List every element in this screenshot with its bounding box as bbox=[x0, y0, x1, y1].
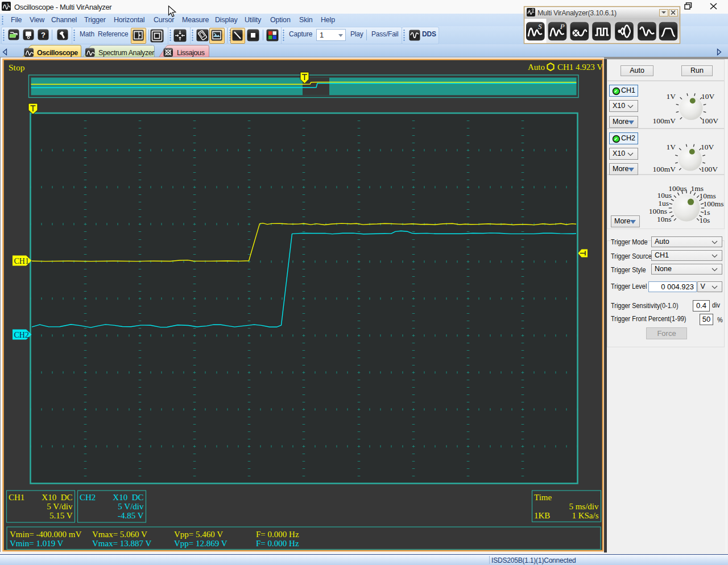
svg-text:10ms: 10ms bbox=[700, 192, 716, 200]
svg-text:P: P bbox=[560, 22, 565, 31]
svg-text:10V: 10V bbox=[701, 143, 714, 151]
svg-text:100mV: 100mV bbox=[653, 117, 676, 125]
svg-text:10V: 10V bbox=[701, 92, 715, 101]
svg-text:CH2: CH2 bbox=[14, 331, 29, 339]
svg-text:Spectrum Analyzer: Spectrum Analyzer bbox=[98, 49, 154, 57]
svg-text:10ns: 10ns bbox=[657, 215, 672, 223]
svg-text:5.15 V: 5.15 V bbox=[49, 511, 73, 520]
svg-text:Vmax= 5.060 V: Vmax= 5.060 V bbox=[92, 530, 147, 539]
svg-text:100V: 100V bbox=[701, 165, 718, 173]
svg-text:Vpp= 12.869 V: Vpp= 12.869 V bbox=[174, 539, 228, 548]
svg-text:CH1 4.923 V: CH1 4.923 V bbox=[557, 63, 603, 72]
svg-text:CH1: CH1 bbox=[14, 257, 29, 265]
svg-text:5 V/div: 5 V/div bbox=[47, 502, 73, 511]
svg-text:5 ms/div: 5 ms/div bbox=[569, 502, 599, 511]
svg-text:S: S bbox=[538, 22, 542, 31]
svg-text:X10 DC: X10 DC bbox=[42, 493, 72, 502]
svg-text:Lissajous: Lissajous bbox=[177, 49, 205, 57]
svg-text:1 KSa/s: 1 KSa/s bbox=[572, 511, 598, 520]
svg-text:F= 0.000 Hz: F= 0.000 Hz bbox=[256, 530, 299, 539]
svg-text:100V: 100V bbox=[701, 117, 718, 125]
svg-text:Vmin= -400.000 mV: Vmin= -400.000 mV bbox=[10, 530, 82, 539]
svg-text:Vmax= 13.887 V: Vmax= 13.887 V bbox=[92, 539, 152, 548]
svg-text:Time: Time bbox=[534, 493, 552, 502]
svg-text:-4.85 V: -4.85 V bbox=[118, 511, 144, 520]
svg-text:Multi VirAnalyzer(3.10.6.1): Multi VirAnalyzer(3.10.6.1) bbox=[537, 9, 617, 17]
svg-text:F= 0.000 Hz: F= 0.000 Hz bbox=[256, 539, 299, 548]
svg-text:Vmin= 1.019 V: Vmin= 1.019 V bbox=[10, 539, 64, 548]
svg-text:1V: 1V bbox=[667, 92, 676, 101]
svg-text:CH2: CH2 bbox=[80, 493, 96, 502]
svg-text:1s: 1s bbox=[704, 208, 710, 217]
svg-text:CH1: CH1 bbox=[9, 493, 24, 502]
svg-text:1V: 1V bbox=[667, 143, 676, 151]
svg-text:1KB: 1KB bbox=[534, 511, 550, 520]
svg-text:10s: 10s bbox=[700, 216, 710, 225]
svg-text:S: S bbox=[7, 2, 9, 6]
svg-text:5 V/div: 5 V/div bbox=[118, 502, 144, 511]
svg-text:Oscilloscope: Oscilloscope bbox=[37, 49, 78, 57]
svg-text:100ns: 100ns bbox=[649, 207, 667, 215]
svg-text:Vpp= 5.460 V: Vpp= 5.460 V bbox=[174, 530, 223, 539]
svg-text:Auto: Auto bbox=[528, 63, 545, 72]
svg-text:?: ? bbox=[41, 31, 46, 39]
svg-text:Stop: Stop bbox=[9, 63, 25, 72]
svg-text:10us: 10us bbox=[657, 191, 672, 200]
svg-text:100mV: 100mV bbox=[653, 165, 676, 173]
svg-text:100ms: 100ms bbox=[704, 200, 724, 208]
svg-text:X10 DC: X10 DC bbox=[113, 493, 143, 502]
